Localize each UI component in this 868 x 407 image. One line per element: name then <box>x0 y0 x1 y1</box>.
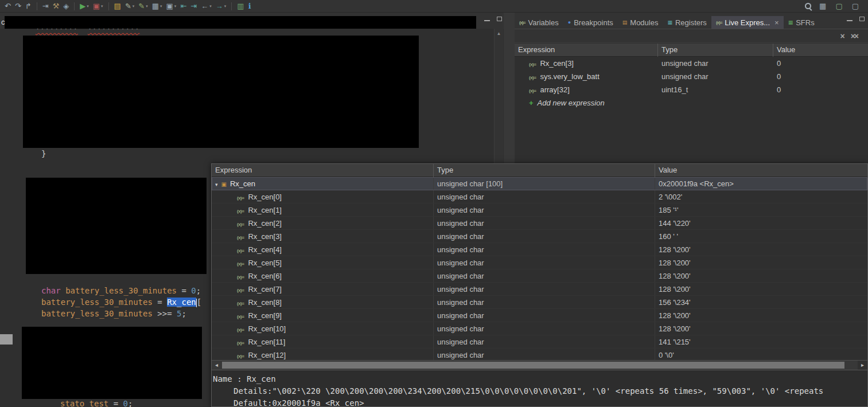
expression-row-root[interactable]: ▾▣Rx_cen unsigned char [100] 0x20001f9a … <box>212 177 867 190</box>
c-cpp-perspective-icon[interactable]: ▢ <box>850 1 861 12</box>
tab-breakpoints[interactable]: ●Breakpoints <box>563 16 618 29</box>
screenshot-icon[interactable]: ▥ <box>235 1 246 12</box>
expression-row[interactable]: (x)=Rx_cen[10]unsigned char128 '\200' <box>212 322 867 335</box>
expression-group-icon: ▣ <box>221 181 227 187</box>
expression-cell: (x)=Rx_cen[5] <box>212 256 434 269</box>
expression-row[interactable]: (x)=Rx_cen[6]unsigned char128 '\200' <box>212 269 867 283</box>
maximize-icon[interactable] <box>497 17 502 21</box>
expression-row[interactable]: (x)=Rx_cen[2]unsigned char144 '\220' <box>212 217 867 230</box>
back-history-icon[interactable]: ←▾ <box>199 1 213 12</box>
code-line[interactable]: battery_less_30_minutes = Rx_cen[ <box>41 298 201 307</box>
watch-expression-icon: (x)= <box>237 195 244 201</box>
tab-variables[interactable]: (x)=Variables <box>515 16 563 29</box>
type-cell: unsigned char <box>658 57 773 70</box>
value-cell: 185 '¹' <box>655 204 867 216</box>
watch-expression-icon: (x)= <box>237 301 244 306</box>
navigate-icon[interactable]: ↱ <box>24 1 33 12</box>
expression-row[interactable]: (x)=Rx_cen[1]unsigned char185 '¹' <box>212 204 867 217</box>
expression-row[interactable]: (x)=Rx_cen[9]unsigned char128 '\200' <box>212 309 867 322</box>
type-cell: unsigned char <box>434 296 655 308</box>
remove-selected-expressions-icon[interactable]: × <box>840 32 843 41</box>
expression-row[interactable]: (x)=Rx_cen[7]unsigned char128 '\200' <box>212 283 867 296</box>
value-cell: 128 '\200' <box>655 309 867 322</box>
expression-text: Rx_cen[4] <box>248 245 282 254</box>
tab-registers[interactable]: ▦Registers <box>663 16 711 29</box>
code-token: >>= <box>153 309 177 318</box>
header-value[interactable]: Value <box>773 44 868 57</box>
dropdown-caret-icon[interactable]: ▾ <box>133 1 135 12</box>
expression-row[interactable]: (x)=Rx_cen[3]unsigned char160 ' ' <box>212 230 867 243</box>
code-line[interactable]: char battery_less_30_minutes = 0; <box>41 286 201 296</box>
code-line[interactable]: stato_test = 0; <box>60 399 133 407</box>
expression-text: Rx_cen[3] <box>540 59 574 68</box>
dropdown-caret-icon[interactable]: ▾ <box>87 1 89 12</box>
connect-target-icon[interactable]: ⇥ <box>41 1 50 12</box>
remove-all-expressions-icon[interactable]: ×× <box>851 32 858 41</box>
debug-perspective-icon[interactable]: ▢ <box>834 1 844 12</box>
expression-row[interactable]: (x)=Rx_cen[8]unsigned char156 '\234' <box>212 296 867 309</box>
header-type[interactable]: Type <box>434 164 655 177</box>
scroll-up-icon[interactable]: ▲ <box>495 29 503 36</box>
dropdown-caret-icon[interactable]: ▾ <box>101 1 103 12</box>
header-expression[interactable]: Expression <box>212 164 434 177</box>
code-line[interactable]: battery_less_30_minutes >>= 5; <box>41 309 186 319</box>
forward-history-icon[interactable]: →▾ <box>214 1 228 12</box>
build-icon[interactable]: ⚒ <box>51 1 61 12</box>
watch-expression-icon: (x)= <box>237 314 244 319</box>
dropdown-caret-icon[interactable]: ▾ <box>174 1 177 12</box>
horizontal-scrollbar[interactable]: ◂ ▸ <box>212 360 867 370</box>
header-expression[interactable]: Expression <box>515 44 658 57</box>
scroll-left-icon[interactable]: ◂ <box>212 361 221 370</box>
previous-annotation-icon[interactable]: ⇤ <box>178 1 188 12</box>
new-window-icon[interactable]: ▣▾ <box>165 1 178 12</box>
info-icon[interactable]: ℹ <box>247 1 253 12</box>
tab-modules[interactable]: ▤Modules <box>618 16 663 29</box>
value-cell: 128 '\200' <box>655 256 867 269</box>
tab-live-expres[interactable]: (x)=Live Expres...× <box>711 16 784 29</box>
expression-row[interactable]: (x)=array[32]uint16_t0 <box>515 83 868 96</box>
code-token: battery_less_30_minutes <box>41 298 153 307</box>
tab-close-icon[interactable]: × <box>774 18 779 27</box>
expression-row[interactable]: (x)=Rx_cen[3]unsigned char0 <box>515 57 868 70</box>
run-icon[interactable]: ▶▾ <box>78 1 91 12</box>
expression-row[interactable]: (x)=sys.very_low_battunsigned char0 <box>515 70 868 83</box>
header-value[interactable]: Value <box>655 164 867 177</box>
open-perspective-icon[interactable]: ▦ <box>818 1 828 12</box>
dropdown-caret-icon[interactable]: ▾ <box>209 1 212 12</box>
add-expression-row[interactable]: +Add new expression <box>515 96 868 109</box>
expression-row[interactable]: (x)=Rx_cen[0]unsigned char2 '\002' <box>212 190 867 204</box>
expression-row[interactable]: (x)=Rx_cen[5]unsigned char128 '\200' <box>212 256 867 269</box>
dropdown-caret-icon[interactable]: ▾ <box>146 1 148 12</box>
code-line[interactable]: } <box>41 149 46 159</box>
maximize-icon[interactable] <box>859 17 865 21</box>
edit-icon[interactable]: ✎▾ <box>123 1 136 12</box>
dropdown-caret-icon[interactable]: ▾ <box>224 1 227 12</box>
grid-view-icon[interactable]: ▦▾ <box>150 1 164 12</box>
scroll-right-icon[interactable]: ▸ <box>858 361 867 370</box>
toolbox-icon[interactable]: ▤ <box>112 1 123 12</box>
tab-sfrs[interactable]: ▦SFRs <box>784 16 819 29</box>
expression-row[interactable]: (x)=Rx_cen[12]unsigned char0 '\0' <box>212 349 867 360</box>
undo-icon[interactable]: ↶ <box>3 1 13 12</box>
minimize-icon[interactable] <box>484 20 490 21</box>
next-annotation-icon[interactable]: ⇥ <box>189 1 198 12</box>
scrollbar-thumb[interactable] <box>222 362 844 369</box>
code-token: stato_test <box>60 399 108 407</box>
minimize-icon[interactable] <box>847 20 853 21</box>
header-type[interactable]: Type <box>658 44 773 57</box>
chevron-down-icon[interactable]: ▾ <box>215 182 218 187</box>
expression-row[interactable]: (x)=Rx_cen[11]unsigned char141 '\215' <box>212 335 867 349</box>
debug-icon[interactable]: ◈ <box>61 1 71 12</box>
search-icon[interactable] <box>804 2 812 10</box>
mark-occurrences-icon[interactable]: ✎▾ <box>137 1 149 12</box>
redo-icon[interactable]: ↷ <box>13 1 23 12</box>
terminate-icon[interactable]: ▣▾ <box>91 1 105 12</box>
editor-tab-partial-label[interactable]: c <box>1 18 5 26</box>
expression-text: Rx_cen[2] <box>248 219 282 228</box>
dropdown-caret-icon[interactable]: ▾ <box>160 1 162 12</box>
watch-expression-icon: (x)= <box>237 327 244 332</box>
sfrs-icon: ▦ <box>788 20 793 25</box>
toolbar-icon-group: ↶↷↱⇥⚒◈▶▾▣▾▤✎▾✎▾▦▾▣▾⇤⇥←▾→▾▥ℹ <box>3 1 252 12</box>
value-cell: 0 <box>773 57 868 70</box>
expression-row[interactable]: (x)=Rx_cen[4]unsigned char128 '\200' <box>212 243 867 256</box>
